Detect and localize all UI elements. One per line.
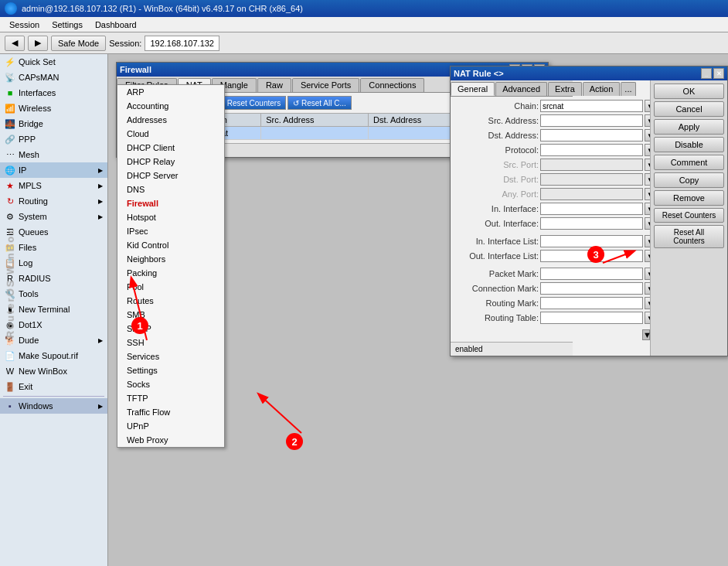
sidebar-item-bridge[interactable]: 🌉 Bridge [0, 116, 107, 131]
tab-service-ports[interactable]: Service Ports [292, 78, 359, 92]
nat-close-button[interactable]: ✕ [713, 68, 724, 79]
sidebar-item-windows[interactable]: ▪ Windows ▶ [0, 398, 107, 414]
in-interface-list-dropdown[interactable]: ▼ [645, 235, 650, 247]
sidebar-item-quickset[interactable]: ⚡ Quick Set [0, 54, 107, 70]
in-interface-list-input[interactable] [540, 235, 643, 247]
ctx-dhcp-server[interactable]: DHCP Server [117, 169, 224, 182]
sidebar-item-ip[interactable]: 🌐 IP ▶ [0, 162, 107, 178]
ctx-ipsec[interactable]: IPsec [117, 224, 224, 238]
sidebar-item-dot1x[interactable]: ◉ Dot1X [0, 317, 107, 332]
remove-button[interactable]: Remove [654, 190, 724, 206]
connection-mark-input[interactable] [540, 282, 643, 295]
routing-mark-input[interactable] [540, 297, 643, 309]
routing-mark-dropdown[interactable]: ▼ [645, 297, 650, 309]
ctx-snmp[interactable]: SNMP [117, 322, 224, 336]
out-interface-input[interactable] [540, 217, 643, 230]
ctx-neighbors[interactable]: Neighbors [117, 252, 224, 266]
ctx-hotspot[interactable]: Hotspot [117, 210, 224, 224]
ctx-upnp[interactable]: UPnP [117, 419, 224, 433]
out-interface-dropdown[interactable]: ▼ [645, 217, 650, 230]
dst-address-input[interactable] [540, 129, 643, 142]
sidebar-item-ppp[interactable]: 🔗 PPP [0, 131, 107, 147]
nat-tab-action[interactable]: Action [583, 82, 621, 96]
packet-mark-dropdown[interactable]: ▼ [645, 268, 650, 280]
menu-dashboard[interactable]: Dashboard [89, 17, 143, 32]
ctx-arp[interactable]: ARP [117, 85, 224, 99]
ctx-accounting[interactable]: Accounting [117, 99, 224, 113]
in-interface-input[interactable] [540, 203, 643, 215]
chain-input[interactable] [540, 100, 643, 112]
sidebar-item-routing[interactable]: ↻ Routing ▶ [0, 193, 107, 209]
comment-button[interactable]: Comment [654, 155, 724, 170]
sidebar-item-mesh[interactable]: ⋯ Mesh [0, 147, 107, 162]
menu-settings[interactable]: Settings [46, 17, 89, 32]
cancel-button[interactable]: Cancel [654, 101, 724, 117]
ctx-dns[interactable]: DNS [117, 182, 224, 196]
sidebar-item-wireless[interactable]: 📶 Wireless [0, 101, 107, 116]
copy-button[interactable]: Copy [654, 172, 724, 188]
sidebar-item-system[interactable]: ⚙ System ▶ [0, 209, 107, 224]
dst-port-input[interactable] [540, 173, 643, 186]
nat-minimize-button[interactable]: _ [701, 68, 712, 79]
sidebar-item-newterminal[interactable]: ▮ New Terminal [0, 302, 107, 317]
tab-connections[interactable]: Connections [360, 78, 424, 92]
ctx-web-proxy[interactable]: Web Proxy [117, 433, 224, 447]
dst-address-dropdown[interactable]: ▼ [645, 129, 650, 142]
sidebar-item-interfaces[interactable]: ■ Interfaces [0, 85, 107, 101]
chain-dropdown[interactable]: ▼ [645, 100, 650, 112]
disable-button[interactable]: Disable [654, 137, 724, 152]
out-interface-list-input[interactable] [540, 250, 643, 262]
reset-all-counters-button[interactable]: Reset All Counters [654, 225, 724, 248]
menu-session[interactable]: Session [3, 17, 46, 32]
nat-tab-general[interactable]: General [451, 82, 495, 96]
protocol-dropdown[interactable]: ▼ [645, 144, 650, 156]
ok-button[interactable]: OK [654, 84, 724, 99]
sidebar-item-supout[interactable]: 📄 Make Supout.rif [0, 348, 107, 363]
sidebar-item-radius[interactable]: R RADIUS [0, 271, 107, 286]
ctx-kid-control[interactable]: Kid Control [117, 238, 224, 252]
sidebar-item-capsman[interactable]: 📡 CAPsMAN [0, 70, 107, 85]
nat-tab-more[interactable]: ... [621, 82, 635, 96]
sidebar-item-files[interactable]: 📁 Files [0, 240, 107, 255]
sidebar-item-queues[interactable]: ☰ Queues [0, 224, 107, 240]
routing-table-dropdown[interactable]: ▼ [645, 312, 650, 324]
fw-reset-all-button[interactable]: ↺ Reset All C... [287, 96, 352, 110]
ctx-pool[interactable]: Pool [117, 280, 224, 294]
ctx-dhcp-relay[interactable]: DHCP Relay [117, 155, 224, 169]
forward-button[interactable]: ▶ [28, 36, 48, 51]
nat-tab-advanced[interactable]: Advanced [495, 82, 547, 96]
ctx-cloud[interactable]: Cloud [117, 127, 224, 141]
ctx-traffic-flow[interactable]: Traffic Flow [117, 405, 224, 419]
sidebar-item-mpls[interactable]: ★ MPLS ▶ [0, 178, 107, 193]
sidebar-item-dude[interactable]: 🐕 Dude ▶ [0, 332, 107, 348]
any-port-input[interactable] [540, 188, 643, 200]
protocol-input[interactable] [540, 144, 643, 156]
sidebar-item-newwinbox[interactable]: W New WinBox [0, 363, 107, 379]
sidebar-item-exit[interactable]: 🚪 Exit [0, 379, 107, 394]
connection-mark-dropdown[interactable]: ▼ [645, 282, 650, 295]
ctx-routes[interactable]: Routes [117, 294, 224, 308]
ctx-tftp[interactable]: TFTP [117, 391, 224, 405]
src-port-input[interactable] [540, 159, 643, 171]
sidebar-item-log[interactable]: 📋 Log [0, 255, 107, 271]
src-address-input[interactable] [540, 114, 643, 127]
tab-raw[interactable]: Raw [257, 78, 291, 92]
ctx-packing[interactable]: Packing [117, 266, 224, 280]
ctx-services[interactable]: Services [117, 349, 224, 363]
ctx-ssh[interactable]: SSH [117, 336, 224, 349]
safe-mode-button[interactable]: Safe Mode [51, 36, 106, 51]
nat-tab-extra[interactable]: Extra [548, 82, 582, 96]
ctx-dhcp-client[interactable]: DHCP Client [117, 141, 224, 155]
ctx-smb[interactable]: SMB [117, 308, 224, 322]
out-interface-list-dropdown[interactable]: ▼ [645, 250, 650, 262]
nat-scrollbar-down[interactable]: ▼ [642, 329, 650, 340]
ctx-socks[interactable]: Socks [117, 377, 224, 391]
in-interface-dropdown[interactable]: ▼ [645, 203, 650, 215]
packet-mark-input[interactable] [540, 268, 643, 280]
apply-button[interactable]: Apply [654, 119, 724, 135]
ctx-settings[interactable]: Settings [117, 363, 224, 377]
back-button[interactable]: ◀ [5, 36, 25, 51]
ctx-firewall[interactable]: Firewall [117, 196, 224, 210]
ctx-addresses[interactable]: Addresses [117, 113, 224, 127]
sidebar-item-tools[interactable]: 🔧 Tools [0, 286, 107, 302]
